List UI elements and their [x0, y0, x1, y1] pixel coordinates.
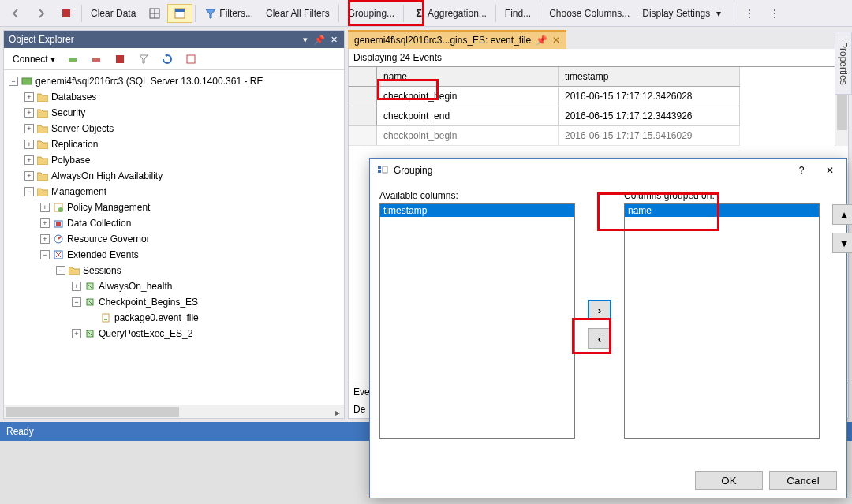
table-row[interactable]: checkpoint_end 2016-06-15 17:17:12.34439… — [349, 106, 848, 126]
view-grid-button[interactable] — [142, 4, 167, 23]
tree-querypostexec[interactable]: +QueryPostExec_ES_2 — [6, 326, 342, 342]
table-row[interactable]: checkpoint_begin 2016-06-15 17:17:15.941… — [349, 126, 848, 146]
tree-alwayson-health[interactable]: +AlwaysOn_health — [6, 278, 342, 294]
events-grid[interactable]: name timestamp checkpoint_begin 2016-06-… — [349, 67, 848, 146]
disconnect-button[interactable] — [85, 50, 107, 68]
expand-icon[interactable]: + — [24, 124, 34, 133]
svg-rect-14 — [56, 222, 61, 226]
overflow-1-button[interactable]: ⋮ — [737, 4, 762, 23]
cell-timestamp: 2016-06-15 17:17:12.3426028 — [559, 87, 740, 106]
transfer-buttons: › ‹ — [588, 190, 611, 458]
script-button[interactable] — [180, 50, 202, 68]
status-text: Ready — [6, 426, 34, 437]
close-icon[interactable]: ✕ — [328, 34, 339, 45]
collapse-icon[interactable]: − — [24, 187, 34, 196]
collapse-icon[interactable]: − — [56, 266, 65, 275]
expand-icon[interactable]: + — [40, 234, 50, 244]
expand-icon[interactable]: + — [24, 171, 34, 181]
nav-back-button[interactable] — [3, 4, 28, 23]
folder-icon — [36, 154, 49, 166]
move-right-button[interactable]: › — [588, 300, 611, 320]
pin-icon[interactable]: 📌 — [314, 34, 325, 45]
tree-label: AlwaysOn_health — [99, 281, 172, 292]
tree-h-scrollbar[interactable]: ◂ ▸ — [4, 405, 344, 418]
expand-icon[interactable]: + — [40, 203, 50, 212]
scroll-right-icon[interactable]: ▸ — [331, 405, 344, 419]
close-button[interactable]: ✕ — [818, 161, 842, 180]
cell-name: checkpoint_end — [377, 106, 559, 126]
tree-server-objects[interactable]: +Server Objects — [6, 121, 342, 136]
table-row[interactable]: checkpoint_begin 2016-06-15 17:17:12.342… — [349, 87, 848, 106]
overflow-2-button[interactable]: ⋮ — [762, 4, 787, 23]
folder-icon — [68, 264, 80, 277]
ok-button[interactable]: OK — [695, 471, 763, 490]
tree-databases[interactable]: +Databases — [6, 89, 342, 105]
tree-extended-events[interactable]: −Extended Events — [6, 247, 342, 263]
tree-policy-mgmt[interactable]: +Policy Management — [6, 200, 342, 215]
connect-button[interactable]: Connect ▾ — [8, 50, 60, 68]
available-columns-listbox[interactable]: timestamp — [379, 203, 575, 439]
folder-icon — [36, 106, 49, 119]
tree-management[interactable]: −Management — [6, 184, 342, 200]
tree-label: Sessions — [83, 265, 121, 276]
filters-button[interactable]: Filters... — [198, 4, 260, 23]
move-up-button[interactable]: ▲ — [832, 204, 852, 225]
dialog-titlebar[interactable]: Grouping ? ✕ — [370, 159, 846, 182]
view-detail-button[interactable] — [167, 4, 192, 23]
document-tab[interactable]: genemi4f\sql2016rc3...gins_ES: event_fil… — [348, 30, 566, 49]
list-item[interactable]: name — [625, 204, 819, 217]
refresh-button[interactable] — [156, 50, 178, 68]
cancel-button[interactable]: Cancel — [769, 471, 837, 490]
grouping-button[interactable]: Grouping... — [342, 4, 401, 23]
grouped-columns-listbox[interactable]: name — [624, 203, 820, 439]
grouping-dialog: Grouping ? ✕ Available columns: timestam… — [369, 158, 847, 498]
clear-data-button[interactable]: Clear Data — [84, 4, 142, 23]
tree-polybase[interactable]: +Polybase — [6, 152, 342, 168]
tree-data-collection[interactable]: +Data Collection — [6, 215, 342, 231]
column-header-name[interactable]: name — [377, 67, 559, 87]
column-header-timestamp[interactable]: timestamp — [559, 67, 740, 87]
expand-icon[interactable]: + — [72, 282, 81, 291]
properties-tab[interactable]: Properties — [835, 32, 852, 95]
tree-server-root[interactable]: −genemi4f\sql2016rc3 (SQL Server 13.0.14… — [6, 73, 342, 89]
help-button[interactable]: ? — [790, 161, 813, 180]
dropdown-icon[interactable]: ▾ — [300, 34, 311, 45]
expand-icon[interactable]: + — [72, 329, 81, 338]
tree-alwayson-ha[interactable]: +AlwaysOn High Availability — [6, 168, 342, 184]
collapse-icon[interactable]: − — [72, 297, 81, 307]
tree-package0[interactable]: package0.event_file — [6, 310, 342, 326]
tree-security[interactable]: +Security — [6, 105, 342, 121]
list-item[interactable]: timestamp — [380, 204, 574, 217]
overflow-icon: ⋮ — [743, 7, 756, 20]
stop-button-oe[interactable] — [109, 50, 131, 68]
tree-checkpoint-begins[interactable]: −Checkpoint_Begins_ES — [6, 294, 342, 310]
stop-button[interactable] — [54, 4, 79, 23]
collapse-icon[interactable]: − — [9, 77, 18, 86]
filter-button-oe[interactable] — [133, 50, 155, 68]
nav-fwd-button[interactable] — [28, 4, 54, 23]
close-icon[interactable]: ✕ — [552, 35, 560, 46]
plug-green-icon — [66, 53, 79, 65]
aggregation-button[interactable]: ΣAggregation... — [406, 4, 493, 23]
scroll-thumb[interactable] — [6, 407, 179, 417]
move-down-button[interactable]: ▼ — [832, 233, 852, 253]
pin-icon[interactable]: 📌 — [536, 35, 547, 46]
display-settings-button[interactable]: Display Settings▾ — [636, 4, 731, 23]
tree-resource-governor[interactable]: +Resource Governor — [6, 231, 342, 247]
clear-all-filters-button[interactable]: Clear All Filters — [260, 4, 336, 23]
object-explorer-tree[interactable]: −genemi4f\sql2016rc3 (SQL Server 13.0.14… — [4, 70, 344, 405]
expand-icon[interactable]: + — [40, 218, 50, 228]
connect-server-button[interactable] — [62, 50, 84, 68]
tree-replication[interactable]: +Replication — [6, 136, 342, 152]
expand-icon[interactable]: + — [24, 108, 34, 118]
find-button[interactable]: Find... — [499, 4, 537, 23]
cell-timestamp: 2016-06-15 17:17:12.3443926 — [559, 106, 740, 126]
svg-rect-0 — [62, 9, 70, 17]
move-left-button[interactable]: ‹ — [588, 328, 611, 349]
collapse-icon[interactable]: − — [40, 250, 50, 259]
tree-sessions[interactable]: −Sessions — [6, 263, 342, 278]
choose-columns-button[interactable]: Choose Columns... — [543, 4, 636, 23]
expand-icon[interactable]: + — [24, 155, 34, 165]
expand-icon[interactable]: + — [24, 140, 34, 149]
expand-icon[interactable]: + — [24, 92, 34, 102]
